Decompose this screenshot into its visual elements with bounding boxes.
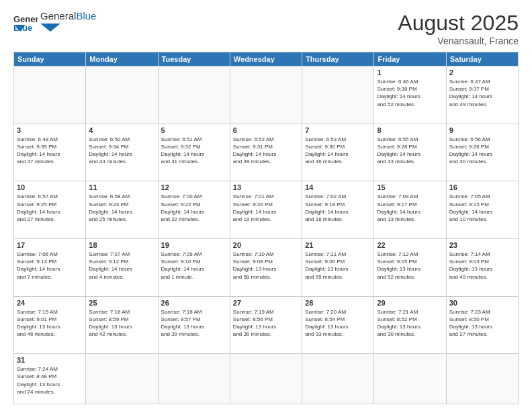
calendar-cell: 18Sunrise: 7:07 AM Sunset: 9:12 PM Dayli…	[86, 238, 158, 296]
header-monday: Monday	[86, 52, 158, 66]
day-number: 6	[233, 126, 299, 134]
day-number: 10	[17, 183, 83, 191]
calendar-cell: 1Sunrise: 6:46 AM Sunset: 9:38 PM Daylig…	[374, 66, 446, 124]
cell-sun-info: Sunrise: 7:20 AM Sunset: 8:54 PM Dayligh…	[305, 308, 371, 338]
calendar-cell: 11Sunrise: 6:58 AM Sunset: 9:23 PM Dayli…	[86, 181, 158, 239]
calendar-cell	[446, 354, 518, 404]
cell-sun-info: Sunrise: 6:55 AM Sunset: 9:28 PM Dayligh…	[377, 136, 443, 166]
cell-sun-info: Sunrise: 6:56 AM Sunset: 9:26 PM Dayligh…	[449, 136, 515, 166]
cell-sun-info: Sunrise: 6:51 AM Sunset: 9:32 PM Dayligh…	[161, 136, 227, 166]
calendar-cell: 2Sunrise: 6:47 AM Sunset: 9:37 PM Daylig…	[446, 66, 518, 124]
day-number: 26	[161, 299, 227, 307]
cell-sun-info: Sunrise: 6:47 AM Sunset: 9:37 PM Dayligh…	[449, 78, 515, 108]
day-number: 18	[89, 241, 154, 249]
calendar-cell: 14Sunrise: 7:02 AM Sunset: 9:18 PM Dayli…	[302, 181, 374, 239]
calendar-row-4: 24Sunrise: 7:15 AM Sunset: 9:01 PM Dayli…	[14, 296, 519, 354]
cell-sun-info: Sunrise: 7:00 AM Sunset: 9:22 PM Dayligh…	[161, 193, 227, 223]
day-number: 11	[89, 183, 154, 191]
day-number: 2	[449, 68, 515, 77]
cell-sun-info: Sunrise: 7:02 AM Sunset: 9:18 PM Dayligh…	[305, 193, 371, 223]
calendar-cell	[230, 354, 302, 404]
cell-sun-info: Sunrise: 7:11 AM Sunset: 9:06 PM Dayligh…	[305, 250, 371, 281]
calendar-cell: 30Sunrise: 7:23 AM Sunset: 8:50 PM Dayli…	[446, 296, 518, 354]
calendar-cell: 12Sunrise: 7:00 AM Sunset: 9:22 PM Dayli…	[158, 181, 230, 239]
cell-sun-info: Sunrise: 7:24 AM Sunset: 8:48 PM Dayligh…	[17, 365, 83, 396]
logo-icon: General Blue	[13, 13, 38, 32]
header-friday: Friday	[374, 52, 446, 66]
location: Venansault, France	[398, 36, 519, 46]
cell-sun-info: Sunrise: 7:05 AM Sunset: 9:15 PM Dayligh…	[449, 193, 515, 223]
calendar-cell: 28Sunrise: 7:20 AM Sunset: 8:54 PM Dayli…	[302, 296, 374, 354]
calendar-cell	[302, 354, 374, 404]
header-thursday: Thursday	[302, 52, 374, 66]
calendar-cell: 10Sunrise: 6:57 AM Sunset: 9:25 PM Dayli…	[14, 181, 86, 239]
cell-sun-info: Sunrise: 6:46 AM Sunset: 9:38 PM Dayligh…	[377, 78, 443, 108]
day-number: 5	[161, 126, 227, 134]
calendar-cell: 6Sunrise: 6:52 AM Sunset: 9:31 PM Daylig…	[230, 124, 302, 181]
day-number: 20	[233, 241, 299, 249]
cell-sun-info: Sunrise: 7:10 AM Sunset: 9:08 PM Dayligh…	[233, 250, 299, 281]
calendar-cell	[230, 66, 302, 124]
day-number: 23	[449, 241, 515, 249]
day-number: 28	[305, 299, 371, 307]
day-number: 25	[89, 299, 154, 307]
calendar-cell	[302, 66, 374, 124]
calendar-cell: 15Sunrise: 7:03 AM Sunset: 9:17 PM Dayli…	[374, 181, 446, 239]
cell-sun-info: Sunrise: 6:52 AM Sunset: 9:31 PM Dayligh…	[233, 136, 299, 166]
calendar-cell: 7Sunrise: 6:53 AM Sunset: 9:30 PM Daylig…	[302, 124, 374, 181]
day-number: 24	[17, 299, 83, 307]
calendar-cell	[158, 354, 230, 404]
calendar-row-1: 3Sunrise: 6:48 AM Sunset: 9:35 PM Daylig…	[14, 124, 519, 181]
calendar-cell: 8Sunrise: 6:55 AM Sunset: 9:28 PM Daylig…	[374, 124, 446, 181]
calendar-cell: 22Sunrise: 7:12 AM Sunset: 9:05 PM Dayli…	[374, 238, 446, 296]
calendar-row-3: 17Sunrise: 7:06 AM Sunset: 9:13 PM Dayli…	[14, 238, 519, 296]
cell-sun-info: Sunrise: 7:18 AM Sunset: 8:57 PM Dayligh…	[161, 308, 227, 338]
calendar-cell: 26Sunrise: 7:18 AM Sunset: 8:57 PM Dayli…	[158, 296, 230, 354]
calendar-cell: 9Sunrise: 6:56 AM Sunset: 9:26 PM Daylig…	[446, 124, 518, 181]
calendar-row-2: 10Sunrise: 6:57 AM Sunset: 9:25 PM Dayli…	[14, 181, 519, 239]
cell-sun-info: Sunrise: 6:50 AM Sunset: 9:34 PM Dayligh…	[89, 136, 154, 166]
calendar-cell: 23Sunrise: 7:14 AM Sunset: 9:03 PM Dayli…	[446, 238, 518, 296]
calendar-cell	[86, 66, 158, 124]
day-number: 12	[161, 183, 227, 191]
calendar-cell: 19Sunrise: 7:09 AM Sunset: 9:10 PM Dayli…	[158, 238, 230, 296]
calendar-cell: 17Sunrise: 7:06 AM Sunset: 9:13 PM Dayli…	[14, 238, 86, 296]
day-number: 13	[233, 183, 299, 191]
calendar-cell	[158, 66, 230, 124]
header-tuesday: Tuesday	[158, 52, 230, 66]
calendar-cell: 20Sunrise: 7:10 AM Sunset: 9:08 PM Dayli…	[230, 238, 302, 296]
cell-sun-info: Sunrise: 7:12 AM Sunset: 9:05 PM Dayligh…	[377, 250, 443, 281]
cell-sun-info: Sunrise: 7:19 AM Sunset: 8:56 PM Dayligh…	[233, 308, 299, 338]
cell-sun-info: Sunrise: 7:09 AM Sunset: 9:10 PM Dayligh…	[161, 250, 227, 281]
cell-sun-info: Sunrise: 6:57 AM Sunset: 9:25 PM Dayligh…	[17, 193, 83, 223]
cell-sun-info: Sunrise: 6:58 AM Sunset: 9:23 PM Dayligh…	[89, 193, 154, 223]
logo-triangle	[40, 24, 74, 32]
header-wednesday: Wednesday	[230, 52, 302, 66]
cell-sun-info: Sunrise: 7:15 AM Sunset: 9:01 PM Dayligh…	[17, 308, 83, 338]
cell-sun-info: Sunrise: 7:23 AM Sunset: 8:50 PM Dayligh…	[449, 308, 515, 338]
day-number: 1	[377, 68, 443, 77]
cell-sun-info: Sunrise: 7:06 AM Sunset: 9:13 PM Dayligh…	[17, 250, 83, 281]
calendar-cell: 25Sunrise: 7:16 AM Sunset: 8:59 PM Dayli…	[86, 296, 158, 354]
day-number: 17	[17, 241, 83, 249]
calendar-cell	[14, 66, 86, 124]
month-year: August 2025	[398, 11, 519, 36]
weekday-header-row: Sunday Monday Tuesday Wednesday Thursday…	[14, 52, 519, 66]
calendar-cell: 3Sunrise: 6:48 AM Sunset: 9:35 PM Daylig…	[14, 124, 86, 181]
calendar-cell: 24Sunrise: 7:15 AM Sunset: 9:01 PM Dayli…	[14, 296, 86, 354]
header-saturday: Saturday	[446, 52, 518, 66]
logo-general: General	[40, 10, 76, 21]
day-number: 14	[305, 183, 371, 191]
calendar-cell	[374, 354, 446, 404]
day-number: 21	[305, 241, 371, 249]
day-number: 16	[449, 183, 515, 191]
calendar-row-5: 31Sunrise: 7:24 AM Sunset: 8:48 PM Dayli…	[14, 354, 519, 404]
day-number: 15	[377, 183, 443, 191]
page: General Blue GeneralBlue August 2025 Ven…	[0, 0, 532, 411]
day-number: 30	[449, 299, 515, 307]
cell-sun-info: Sunrise: 7:16 AM Sunset: 8:59 PM Dayligh…	[89, 308, 154, 338]
calendar-cell: 29Sunrise: 7:21 AM Sunset: 8:52 PM Dayli…	[374, 296, 446, 354]
cell-sun-info: Sunrise: 7:03 AM Sunset: 9:17 PM Dayligh…	[377, 193, 443, 223]
cell-sun-info: Sunrise: 7:14 AM Sunset: 9:03 PM Dayligh…	[449, 250, 515, 281]
calendar-row-0: 1Sunrise: 6:46 AM Sunset: 9:38 PM Daylig…	[14, 66, 519, 124]
